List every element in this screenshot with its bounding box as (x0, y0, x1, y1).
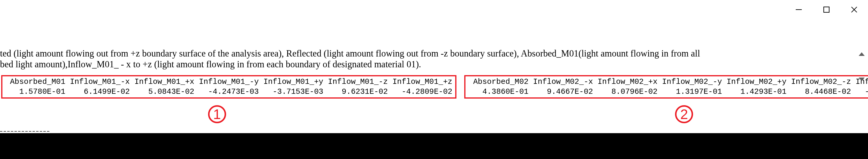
circle-label-2-text: 2 (680, 106, 688, 122)
bottom-artifact (0, 128, 120, 132)
close-icon (850, 5, 858, 14)
title-bar (0, 0, 868, 18)
maximize-icon (823, 6, 830, 13)
data-headers-m01: Absorbed_M01 Inflow_M01_-x Inflow_M01_+x… (5, 78, 452, 86)
minimize-icon (795, 6, 803, 13)
data-block-m02: Absorbed_M02 Inflow_M02_-x Inflow_M02_+x… (464, 75, 868, 98)
chevron-down-icon (857, 74, 867, 84)
scroll-up-button[interactable] (857, 49, 867, 59)
maximize-button[interactable] (813, 2, 840, 17)
svg-marker-5 (859, 78, 865, 81)
minimize-button[interactable] (785, 2, 813, 17)
circle-label-1-text: 1 (213, 106, 221, 122)
svg-marker-4 (859, 52, 865, 56)
data-values-m01: 1.5780E-01 6.1499E-02 5.0843E-02 -4.2473… (5, 87, 452, 96)
description-line2: bed light amount),Inflow_M01_ - x to +z … (0, 59, 859, 70)
data-blocks-row: Absorbed_M01 Inflow_M01_-x Inflow_M01_+x… (0, 75, 868, 98)
data-values-m02: 4.3860E-01 9.4667E-02 8.0796E-02 1.3197E… (468, 87, 868, 96)
description-line1: ted (light amount flowing out from +z bo… (0, 48, 859, 59)
close-button[interactable] (840, 2, 868, 17)
svg-rect-1 (824, 7, 829, 12)
scroll-down-button[interactable] (857, 74, 867, 84)
data-headers-m02: Absorbed_M02 Inflow_M02_-x Inflow_M02_+x… (468, 78, 868, 86)
description-pane: ted (light amount flowing out from +z bo… (0, 18, 868, 70)
circle-label-1: 1 (208, 105, 226, 123)
circle-labels-row: 1 2 (0, 105, 868, 123)
circle-label-2: 2 (675, 105, 693, 123)
chevron-up-icon (857, 49, 867, 59)
bottom-black-bar (0, 133, 868, 159)
data-block-m01: Absorbed_M01 Inflow_M01_-x Inflow_M01_+x… (1, 75, 457, 98)
app-window: ted (light amount flowing out from +z bo… (0, 0, 868, 159)
